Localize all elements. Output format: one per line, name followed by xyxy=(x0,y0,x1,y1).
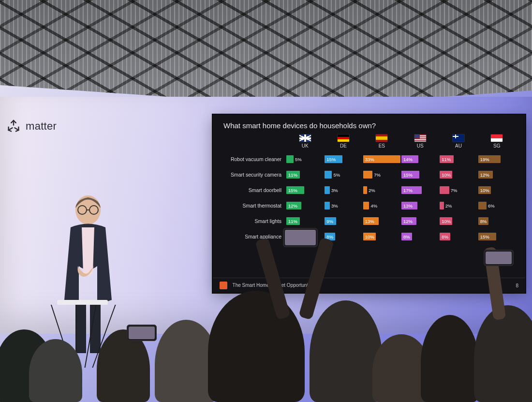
chart-cell: 14% xyxy=(401,154,439,164)
chart-cell: 5% xyxy=(325,170,362,179)
chart-bar: 15% xyxy=(286,186,304,194)
chart-cell: 15% xyxy=(286,185,324,195)
chart-bar: 7% xyxy=(440,186,449,194)
chart-cell: 11% xyxy=(286,170,324,179)
chart-cell: 7% xyxy=(440,185,477,195)
flag-icon xyxy=(338,134,349,142)
chart-header-row: UKDEESUSAUSG xyxy=(222,134,516,149)
chart-cell: 5% xyxy=(286,154,324,164)
chart-bar: 7% xyxy=(363,171,372,179)
chart-bar: 5% xyxy=(325,171,332,179)
chart-bar: 15% xyxy=(478,233,496,240)
chart-bar: 14% xyxy=(401,155,418,163)
chart-cell: 8% xyxy=(478,216,516,226)
chart-bar: 10% xyxy=(440,171,452,179)
chart-cell: 13% xyxy=(363,216,400,226)
chart-cell: 10% xyxy=(440,170,477,179)
chart-bar: 9% xyxy=(325,217,336,225)
chart-row-label: Smart security camera xyxy=(222,172,285,178)
chart-country-label: US xyxy=(401,143,439,149)
chart-bar: 11% xyxy=(286,171,300,179)
chart-country-header: UK xyxy=(286,134,324,149)
chart-cell: 15% xyxy=(478,232,516,241)
chart-bar: 3% xyxy=(325,186,330,194)
scene: matter What smart home devices do househ… xyxy=(0,0,532,402)
chart-cell: 12% xyxy=(478,170,516,179)
chart-cell: 3% xyxy=(325,201,362,210)
slide-title: What smart home devices do households ow… xyxy=(213,115,525,133)
chart-bar: 13% xyxy=(363,217,379,225)
chart-cell: 17% xyxy=(401,185,439,195)
footer-badge-icon xyxy=(220,282,227,289)
chart-row-label: Smart appliance xyxy=(222,234,285,239)
chart-bar: 2% xyxy=(363,186,367,194)
slide-page-number: 8 xyxy=(516,283,518,288)
chart-bar: 12% xyxy=(401,217,416,225)
chart-row-label: Robot vacuum cleaner xyxy=(222,156,285,162)
chart-country-label: AU xyxy=(440,143,477,149)
chart-cell: 11% xyxy=(440,154,477,164)
chart-cell: 15% xyxy=(401,170,439,179)
chart-rows: Robot vacuum cleaner5%15%33%14%11%19%Sma… xyxy=(222,151,516,244)
chart-cell: 10% xyxy=(478,185,516,195)
chart-bar: 5% xyxy=(286,155,294,163)
chart-cell: 12% xyxy=(401,216,439,226)
flag-icon xyxy=(491,134,502,142)
presentation-slide: What smart home devices do households ow… xyxy=(213,115,525,293)
chart-bar: 4% xyxy=(363,202,369,209)
chart-cell: 19% xyxy=(478,154,516,164)
brand-name: matter xyxy=(26,120,57,133)
chart-country-label: UK xyxy=(286,143,324,149)
chart-cell: 4% xyxy=(363,201,400,210)
chart-bar: 8% xyxy=(440,233,450,240)
chart-bar: 2% xyxy=(440,202,443,209)
chart-country-header: US xyxy=(401,134,439,149)
chart-country-header: SG xyxy=(478,134,516,149)
chart-bar: 17% xyxy=(401,186,422,194)
flag-icon xyxy=(414,134,426,142)
chart-bar: 3% xyxy=(325,202,330,209)
chart-row-label: Smart thermostat xyxy=(222,203,285,208)
brand-logo: matter xyxy=(6,119,57,134)
chart-cell: 2% xyxy=(363,185,400,195)
chart-row-label: Smart doorbell xyxy=(222,187,285,193)
chart-bar: 6% xyxy=(478,202,487,209)
chart-row-label: Smart lights xyxy=(222,218,285,224)
chart-bar: 10% xyxy=(363,233,376,240)
chart-cell: 9% xyxy=(325,216,362,226)
audience-phone xyxy=(484,250,514,266)
chart-cell: 6% xyxy=(478,201,516,210)
flag-icon xyxy=(376,134,387,142)
chart-bar: 11% xyxy=(286,217,300,225)
chart-row: Smart security camera11%5%7%15%10%12% xyxy=(222,167,516,182)
chart-cell: 15% xyxy=(325,154,362,164)
chart-row: Smart thermostat12%3%4%13%2%6% xyxy=(222,198,516,213)
chart-country-label: ES xyxy=(363,143,400,149)
chart-cell: 2% xyxy=(440,201,477,210)
chart-cell: 33% xyxy=(363,154,400,164)
chart-cell: 3% xyxy=(325,185,362,195)
chart-bar: 15% xyxy=(325,155,342,163)
chart-bar: 8% xyxy=(401,233,412,240)
matter-logo-icon xyxy=(6,119,21,134)
flag-icon xyxy=(453,134,464,142)
chart-bar: 8% xyxy=(478,217,489,225)
chart-bar: 33% xyxy=(363,155,400,163)
chart-country-label: SG xyxy=(478,143,516,149)
chart-cell: 13% xyxy=(401,201,439,210)
chart-cell: 11% xyxy=(286,216,324,226)
chart-bar: 12% xyxy=(286,202,301,209)
chart-row: Smart lights11%9%13%12%10%8% xyxy=(222,213,516,229)
chart-cell: 12% xyxy=(286,201,324,210)
chart-cell: 10% xyxy=(363,232,400,241)
chart-bar: 12% xyxy=(478,171,493,179)
chart-bar: 10% xyxy=(478,186,491,194)
chart-cell: 8% xyxy=(440,232,477,241)
chart-bar: 10% xyxy=(440,217,452,225)
chart: UKDEESUSAUSG Robot vacuum cleaner5%15%33… xyxy=(213,133,525,244)
audience-phone xyxy=(127,325,157,341)
chart-bar: 19% xyxy=(478,155,501,163)
chart-cell: 10% xyxy=(440,216,477,226)
chart-cell: 8% xyxy=(401,232,439,241)
chart-bar: 15% xyxy=(401,171,419,179)
